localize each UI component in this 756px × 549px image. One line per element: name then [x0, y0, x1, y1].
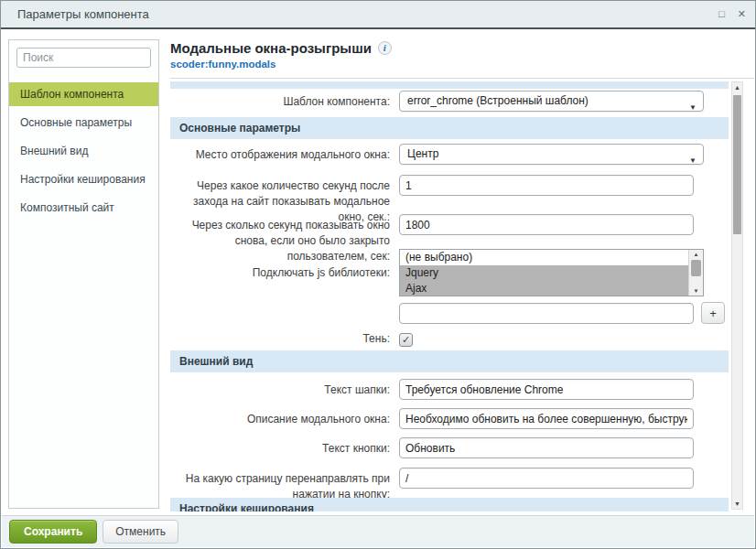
- js-libs-option-ajax[interactable]: Ajax: [400, 281, 688, 296]
- main-panel: Модальные окна-розыгрыши i scoder:funny.…: [170, 29, 754, 515]
- js-libs-label: Подключать js библиотеки:: [170, 265, 399, 281]
- template-label: Шаблон компонента:: [170, 91, 399, 110]
- form-scrollbar[interactable]: ▲ ▼: [731, 81, 743, 510]
- maximize-icon[interactable]: □: [718, 9, 725, 19]
- header-text-label: Текст шапки:: [170, 379, 399, 398]
- sidebar-item-composite[interactable]: Композитный сайт: [9, 196, 158, 220]
- js-libs-add-row: +: [170, 302, 729, 324]
- redirect-row: На какую страницу перенаправлять при наж…: [170, 468, 729, 502]
- repeat-input[interactable]: [399, 214, 694, 235]
- window-controls: □ ✕: [718, 9, 746, 19]
- template-select[interactable]: error_chrome (Встроенный шаблон) ▼: [399, 91, 704, 112]
- scroll-down-icon[interactable]: ▼: [732, 499, 742, 509]
- header-text-input[interactable]: [399, 379, 694, 400]
- add-button[interactable]: +: [701, 302, 725, 324]
- js-libs-add-spacer: [170, 302, 399, 306]
- sidebar-item-caching[interactable]: Настройки кеширования: [9, 167, 158, 191]
- sidebar-item-main-params[interactable]: Основные параметры: [9, 111, 158, 135]
- position-row: Место отображения модального окна: Центр…: [170, 144, 729, 165]
- parameters-form: Шаблон компонента: error_chrome (Встроен…: [170, 80, 729, 511]
- position-select-value: Центр: [407, 147, 438, 160]
- button-text-label: Текст кнопки:: [170, 437, 399, 457]
- delay-input[interactable]: [399, 175, 694, 196]
- form-scrollbar-thumb[interactable]: [733, 95, 741, 234]
- listbox-scrollbar-thumb[interactable]: [691, 260, 701, 276]
- shadow-checkbox[interactable]: ✓: [399, 333, 413, 347]
- js-libs-listbox[interactable]: (не выбрано) Jquery Ajax ▲ ▼: [399, 249, 704, 296]
- section-header-template-partial: [170, 81, 729, 89]
- titlebar[interactable]: Параметры компонента □ ✕: [1, 1, 755, 29]
- cancel-button[interactable]: Отменить: [103, 520, 178, 544]
- button-text-input[interactable]: [399, 437, 694, 458]
- template-select-value: error_chrome (Встроенный шаблон): [407, 94, 589, 107]
- page-header: Модальные окна-розыгрыши i scoder:funny.…: [170, 29, 754, 79]
- sidebar-nav: Шаблон компонента Основные параметры Вне…: [9, 82, 158, 220]
- header-text-row: Текст шапки:: [170, 379, 729, 400]
- section-header-caching: Настройки кеширования: [170, 498, 729, 511]
- sidebar: Шаблон компонента Основные параметры Вне…: [8, 39, 159, 509]
- button-text-row: Текст кнопки:: [170, 437, 729, 458]
- component-id: scoder:funny.modals: [170, 59, 754, 70]
- description-row: Описание модального окна:: [170, 408, 729, 429]
- position-select[interactable]: Центр ▼: [399, 144, 704, 165]
- scroll-up-icon[interactable]: ▲: [689, 250, 703, 259]
- chevron-down-icon: ▼: [689, 151, 697, 165]
- dialog-title: Параметры компонента: [17, 7, 149, 21]
- shadow-label: Тень:: [170, 331, 399, 347]
- js-libs-row: Подключать js библиотеки: (не выбрано) J…: [170, 249, 729, 296]
- listbox-scrollbar[interactable]: ▲ ▼: [688, 250, 703, 296]
- footer-bar: Сохранить Отменить: [2, 515, 754, 547]
- redirect-input[interactable]: [399, 468, 694, 489]
- search-input[interactable]: [16, 48, 151, 68]
- checkmark-icon: ✓: [402, 334, 410, 346]
- header-divider: [170, 78, 754, 79]
- sidebar-item-appearance[interactable]: Внешний вид: [9, 139, 158, 163]
- component-parameters-dialog: Параметры компонента □ ✕ Шаблон компонен…: [0, 0, 756, 549]
- redirect-label: На какую страницу перенаправлять при наж…: [170, 468, 399, 502]
- section-header-appearance: Внешний вид: [170, 350, 729, 372]
- template-row: Шаблон компонента: error_chrome (Встроен…: [170, 91, 729, 112]
- scroll-down-icon[interactable]: ▼: [689, 286, 703, 296]
- description-label: Описание модального окна:: [170, 408, 399, 427]
- info-icon[interactable]: i: [378, 41, 392, 55]
- position-label: Место отображения модального окна:: [170, 144, 399, 163]
- shadow-row: Тень: ✓: [170, 330, 729, 347]
- chevron-down-icon: ▼: [689, 98, 697, 112]
- description-input[interactable]: [399, 408, 694, 429]
- save-button[interactable]: Сохранить: [9, 520, 97, 544]
- js-libs-option-jquery[interactable]: Jquery: [400, 265, 688, 281]
- scroll-up-icon[interactable]: ▲: [732, 82, 742, 92]
- close-icon[interactable]: ✕: [738, 9, 746, 19]
- js-libs-add-input[interactable]: [399, 303, 694, 324]
- js-libs-option-none[interactable]: (не выбрано): [400, 250, 688, 265]
- section-header-main-params: Основные параметры: [170, 117, 729, 139]
- page-title: Модальные окна-розыгрыши: [170, 40, 372, 56]
- sidebar-item-template[interactable]: Шаблон компонента: [9, 82, 158, 106]
